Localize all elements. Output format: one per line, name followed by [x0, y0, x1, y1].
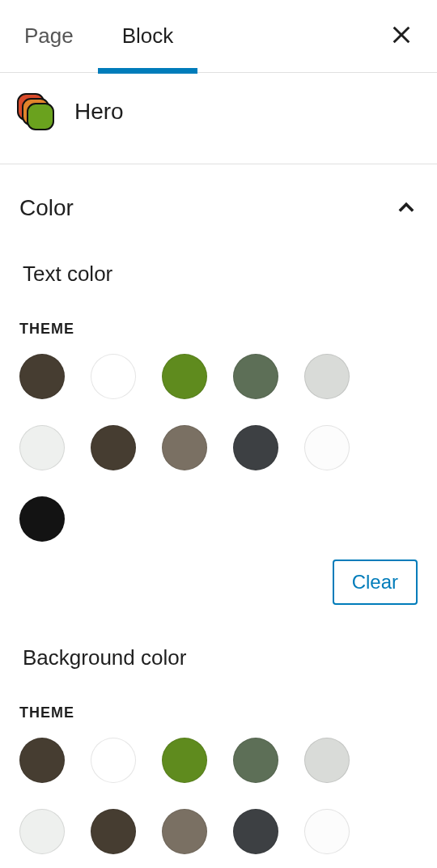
color-swatch[interactable]	[233, 354, 278, 399]
color-swatch[interactable]	[304, 738, 350, 783]
color-swatch[interactable]	[91, 809, 136, 854]
text-color-swatch-grid	[19, 354, 418, 553]
tab-page[interactable]: Page	[0, 0, 98, 73]
background-color-swatch-grid	[19, 738, 418, 868]
background-color-label: Background color	[19, 632, 418, 690]
color-swatch[interactable]	[162, 738, 207, 783]
block-settings-panel: Page Block Hero Color Text colo	[0, 0, 437, 868]
color-swatch[interactable]	[19, 354, 65, 399]
tabs-row: Page Block	[0, 0, 437, 73]
color-swatch[interactable]	[19, 809, 65, 854]
color-swatch[interactable]	[304, 354, 350, 399]
block-title: Hero	[74, 99, 124, 125]
close-button[interactable]	[382, 17, 421, 56]
color-swatch[interactable]	[91, 354, 136, 399]
svg-rect-4	[28, 104, 53, 130]
text-color-clear-button[interactable]: Clear	[333, 560, 418, 605]
block-header: Hero	[0, 73, 437, 164]
color-swatch[interactable]	[304, 809, 350, 854]
section-color-header[interactable]: Color	[0, 164, 437, 229]
color-swatch[interactable]	[162, 425, 207, 470]
background-color-section: Background color THEME Clear	[0, 613, 437, 868]
color-swatch[interactable]	[233, 809, 278, 854]
color-swatch[interactable]	[19, 738, 65, 783]
text-color-clear-row: Clear	[19, 553, 418, 613]
color-swatch[interactable]	[162, 354, 207, 399]
color-swatch[interactable]	[91, 425, 136, 470]
color-swatch[interactable]	[304, 425, 350, 470]
tab-block[interactable]: Block	[98, 0, 198, 73]
close-icon	[390, 23, 413, 49]
chevron-up-icon	[395, 197, 418, 219]
text-color-palette-label: THEME	[19, 306, 418, 354]
color-swatch[interactable]	[19, 425, 65, 470]
color-swatch[interactable]	[233, 425, 278, 470]
color-swatch[interactable]	[162, 809, 207, 854]
background-color-palette-label: THEME	[19, 690, 418, 738]
tab-page-label: Page	[24, 23, 74, 49]
hero-block-icon	[16, 92, 55, 131]
color-swatch[interactable]	[233, 738, 278, 783]
color-swatch[interactable]	[19, 496, 65, 542]
text-color-section: Text color THEME Clear	[0, 229, 437, 613]
text-color-label: Text color	[19, 249, 418, 306]
color-swatch[interactable]	[91, 738, 136, 783]
tab-block-label: Block	[122, 23, 174, 49]
section-color-title: Color	[19, 195, 74, 221]
